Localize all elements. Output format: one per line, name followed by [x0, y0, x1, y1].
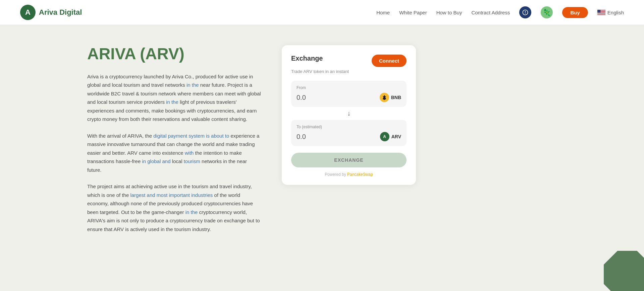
to-token-label: ARV: [391, 134, 401, 139]
nav-item-how-to-buy[interactable]: How to Buy: [436, 10, 462, 15]
connect-button[interactable]: Connect: [372, 55, 407, 67]
from-label: From: [297, 85, 401, 90]
svg-rect-8: [597, 14, 605, 14]
exchange-widget: Exchange Connect Trade ARV token in an i…: [282, 45, 416, 185]
svg-rect-6: [597, 13, 605, 13]
exchange-title: Exchange: [291, 55, 323, 62]
nav-links: Home White Paper How to Buy Contract Add…: [376, 6, 624, 18]
to-amount: 0.0: [297, 133, 306, 141]
nav-item-white-paper[interactable]: White Paper: [399, 10, 427, 15]
exchange-subtitle: Trade ARV token in an instant: [291, 69, 407, 74]
language-selector[interactable]: English: [597, 10, 624, 15]
language-label: English: [607, 10, 624, 15]
logo[interactable]: A Ariva Digital: [20, 5, 82, 20]
pancakeswap-link[interactable]: PancakeSwap: [347, 172, 373, 177]
to-token-badge[interactable]: A ARV: [380, 132, 401, 141]
bnb-icon: [380, 93, 389, 102]
page-title: ARIVA (ARV): [87, 45, 262, 63]
nav-item-contract-address[interactable]: Contract Address: [471, 10, 510, 15]
poocoin-icon[interactable]: 🦎: [541, 6, 553, 18]
swap-arrow: ↓: [291, 110, 407, 117]
arv-icon: A: [380, 132, 389, 141]
from-token-label: BNB: [391, 95, 401, 100]
exchange-button[interactable]: EXCHANGE: [291, 153, 407, 167]
from-token-badge[interactable]: BNB: [380, 93, 401, 102]
flag-icon: [597, 10, 605, 15]
svg-marker-10: [382, 95, 386, 100]
powered-by: Powered by PancakeSwap: [291, 172, 407, 177]
svg-text:A: A: [25, 8, 31, 16]
nav-item-home[interactable]: Home: [376, 10, 390, 15]
logo-text: Ariva Digital: [39, 8, 82, 17]
to-label: To (estimated): [297, 125, 401, 129]
paragraph-1: Ariva is a cryptocurrency launched by Ar…: [87, 72, 262, 124]
buy-button[interactable]: Buy: [562, 7, 588, 18]
exchange-header: Exchange Connect: [291, 55, 407, 67]
navbar: A Ariva Digital Home White Paper How to …: [0, 0, 644, 25]
from-amount: 0.0: [297, 94, 306, 101]
paragraph-2: With the arrival of ARIVA, the digital p…: [87, 132, 262, 174]
corner-decoration: [604, 251, 644, 291]
to-field: To (estimated) 0.0 A ARV: [291, 120, 407, 146]
svg-rect-9: [597, 10, 600, 12]
from-field: From 0.0 BNB: [291, 81, 407, 107]
main-content: ARIVA (ARV) Ariva is a cryptocurrency la…: [0, 25, 644, 291]
left-content: ARIVA (ARV) Ariva is a cryptocurrency la…: [87, 45, 262, 241]
logo-icon: A: [20, 5, 36, 20]
coinmarketcap-icon[interactable]: [519, 6, 531, 18]
svg-rect-7: [597, 13, 605, 14]
paragraph-3: The project aims at achieving active use…: [87, 182, 262, 233]
